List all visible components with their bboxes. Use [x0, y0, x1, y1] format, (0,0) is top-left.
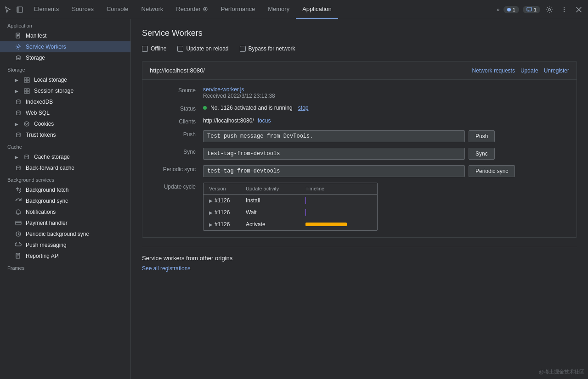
sidebar-item-storage[interactable]: Storage	[0, 52, 130, 63]
uc-arrow-2[interactable]: ▶	[209, 210, 213, 215]
checkbox-bypass-for-network[interactable]: Bypass for network	[240, 45, 295, 52]
unregister-link[interactable]: Unregister	[544, 67, 569, 74]
sidebar-item-session-storage[interactable]: ▶ Session storage	[0, 85, 130, 96]
checkbox-offline[interactable]: Offline	[142, 45, 166, 52]
sidebar-item-service-workers[interactable]: Service Workers	[0, 41, 130, 52]
periodic-sync-row: Periodic sync Periodic sync	[142, 162, 577, 180]
checkbox-update-on-reload[interactable]: Update on reload	[177, 45, 228, 52]
toolbar-icons	[4, 6, 24, 14]
sidebar-item-manifest[interactable]: Manifest	[0, 30, 130, 41]
svg-rect-15	[27, 80, 29, 83]
push-button[interactable]: Push	[469, 130, 495, 142]
periodic-sync-input[interactable]	[203, 165, 465, 177]
svg-point-25	[26, 124, 27, 125]
uc-arrow-3[interactable]: ▶	[209, 222, 213, 227]
tab-memory[interactable]: Memory	[261, 0, 296, 19]
cookie-icon	[23, 120, 30, 128]
uc-version-1: ▶ #1126	[209, 197, 246, 204]
storage-icon	[15, 54, 22, 61]
status-row: Status No. 1126 activated and is running…	[142, 102, 577, 115]
update-link[interactable]: Update	[520, 67, 538, 74]
sidebar-item-back-forward-cache[interactable]: Back-forward cache	[0, 162, 130, 173]
tab-performance[interactable]: Performance	[215, 0, 261, 19]
uc-arrow-1[interactable]: ▶	[209, 198, 213, 203]
main-area: Application Manifest Service Workers Sto…	[0, 19, 588, 379]
gear-small-icon	[15, 43, 22, 50]
error-dot	[507, 8, 511, 11]
page-title: Service Workers	[142, 28, 577, 38]
sidebar-item-background-fetch[interactable]: Background fetch	[0, 184, 130, 195]
sidebar-item-cache-storage[interactable]: ▶ Cache storage	[0, 151, 130, 162]
sidebar-item-web-sql[interactable]: Web SQL	[0, 107, 130, 118]
warnings-badge[interactable]: 1	[523, 6, 540, 13]
sidebar-item-local-storage[interactable]: ▶ Local storage	[0, 74, 130, 85]
svg-rect-16	[24, 89, 27, 91]
tab-application[interactable]: Application	[296, 0, 338, 19]
sidebar-section-storage: Storage	[0, 63, 130, 74]
tab-sources[interactable]: Sources	[65, 0, 100, 19]
svg-point-20	[17, 100, 20, 101]
svg-rect-18	[24, 91, 27, 94]
uc-header-timeline: Timeline	[305, 186, 372, 191]
tab-recorder[interactable]: Recorder	[170, 0, 214, 19]
svg-point-8	[564, 11, 565, 11]
checkbox-box-bypass	[240, 46, 246, 52]
cursor-icon[interactable]	[4, 6, 12, 14]
stop-link[interactable]: stop	[298, 105, 309, 111]
worker-url: http://localhost:8080/	[150, 67, 205, 74]
uc-activity-3: Activate	[246, 221, 305, 228]
clock-icon	[15, 230, 22, 238]
focus-link[interactable]: focus	[258, 117, 271, 124]
content-area: Service Workers Offline Update on reload…	[131, 19, 588, 379]
source-file-link[interactable]: service-worker.js	[203, 86, 244, 93]
uc-row-wait: ▶ #1126 Wait	[204, 206, 377, 218]
sync-button[interactable]: Sync	[469, 148, 495, 160]
svg-point-3	[204, 8, 206, 10]
arrow-icon: ▶	[15, 78, 19, 83]
uc-version-label-1: #1126	[215, 197, 230, 204]
dock-icon[interactable]	[16, 6, 24, 14]
uc-timeline-3	[305, 223, 372, 226]
svg-point-11	[17, 56, 20, 57]
uc-header: Version Update activity Timeline	[204, 183, 377, 195]
uc-version-label-2: #1126	[215, 209, 230, 216]
sidebar-item-cookies[interactable]: ▶ Cookies	[0, 118, 130, 129]
svg-rect-17	[27, 89, 29, 91]
sync-input[interactable]	[203, 148, 465, 160]
more-tabs-button[interactable]: »	[493, 6, 503, 13]
svg-point-27	[25, 155, 28, 156]
sidebar-item-periodic-background-sync[interactable]: Periodic background sync	[0, 229, 130, 240]
push-input[interactable]	[203, 130, 465, 142]
tab-network[interactable]: Network	[135, 0, 170, 19]
sidebar: Application Manifest Service Workers Sto…	[0, 19, 131, 379]
source-label: Source	[150, 86, 196, 94]
sidebar-item-background-sync[interactable]: Background sync	[0, 195, 130, 206]
worker-card-header: http://localhost:8080/ Network requests …	[142, 61, 577, 80]
arrow-icon: ▶	[15, 89, 19, 94]
sidebar-item-trust-tokens[interactable]: Trust tokens	[0, 129, 130, 140]
sidebar-item-payment-handler[interactable]: Payment handler	[0, 217, 130, 229]
worker-actions: Network requests Update Unregister	[472, 67, 569, 74]
sidebar-item-reporting-api[interactable]: Reporting API	[0, 251, 130, 262]
uc-version-2: ▶ #1126	[209, 209, 246, 216]
worker-card: http://localhost:8080/ Network requests …	[142, 61, 577, 238]
sidebar-item-notifications[interactable]: Notifications	[0, 206, 130, 217]
source-value: service-worker.js Received 2022/3/12 23:…	[203, 86, 569, 99]
tab-console[interactable]: Console	[100, 0, 135, 19]
tab-elements[interactable]: Elements	[28, 0, 65, 19]
status-label: Status	[150, 105, 196, 112]
toolbar: Elements Sources Console Network Recorde…	[0, 0, 588, 19]
network-requests-link[interactable]: Network requests	[472, 67, 515, 74]
close-button[interactable]	[573, 4, 584, 15]
periodic-sync-button[interactable]: Periodic sync	[469, 165, 515, 177]
errors-badge[interactable]: 1	[503, 6, 519, 13]
clients-url: http://localhost:8080/	[203, 117, 254, 124]
svg-point-26	[17, 133, 20, 134]
more-options-button[interactable]	[559, 4, 570, 15]
see-all-registrations-link[interactable]: See all registrations	[142, 265, 190, 272]
sidebar-item-push-messaging[interactable]: Push messaging	[0, 240, 130, 251]
clients-row: Clients http://localhost:8080/ focus	[142, 115, 577, 128]
settings-button[interactable]	[544, 4, 555, 15]
status-dot	[203, 106, 207, 110]
sidebar-item-indexeddb[interactable]: IndexedDB	[0, 96, 130, 107]
